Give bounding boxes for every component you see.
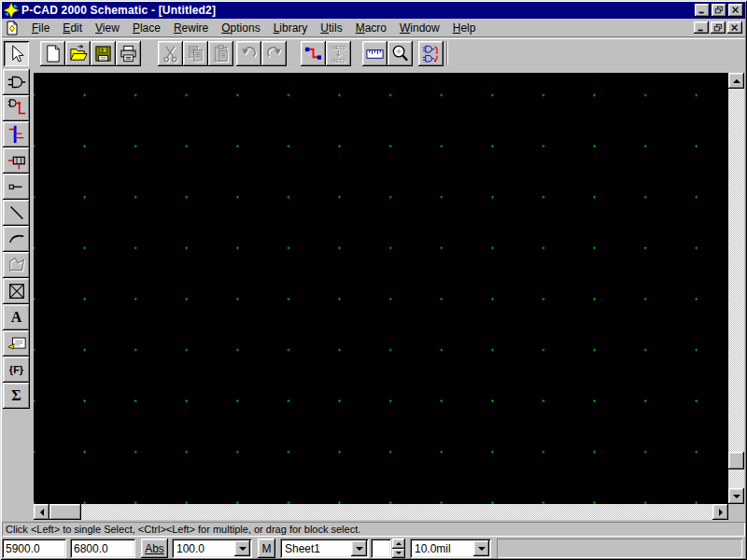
menu-item-edit[interactable]: Edit xyxy=(56,20,89,36)
chevron-down-icon[interactable] xyxy=(351,540,367,556)
ruler-icon xyxy=(365,44,385,63)
macro-record-button[interactable]: M xyxy=(258,539,275,558)
status-bar: Click <Left> to single Select, <Ctrl><Le… xyxy=(2,522,745,537)
menu-item-utils[interactable]: Utils xyxy=(314,20,348,36)
sheet-combo[interactable]: Sheet1 xyxy=(280,539,369,558)
zoom-window-button[interactable] xyxy=(388,41,413,66)
select-tool-button[interactable] xyxy=(4,41,29,66)
scrollbar-corner xyxy=(728,504,744,520)
grid-spacing-combo[interactable]: 10.0mil xyxy=(410,539,491,558)
menu-item-help[interactable]: Help xyxy=(446,20,483,36)
print-button[interactable] xyxy=(116,41,141,66)
place-line-button[interactable] xyxy=(3,200,30,226)
place-pin-button[interactable] xyxy=(3,174,30,200)
bus-icon xyxy=(7,124,27,145)
horizontal-scrollbar[interactable] xyxy=(34,504,728,520)
place-ref-point-button[interactable] xyxy=(3,278,30,304)
schematic-canvas[interactable] xyxy=(34,73,728,504)
rename-net-new-label: NET1 xyxy=(331,58,345,63)
paste-button[interactable] xyxy=(208,41,233,66)
sheet-number-field[interactable] xyxy=(371,539,391,558)
menu-bar: FileEditViewPlaceRewireOptionsLibraryUti… xyxy=(2,19,745,37)
abs-rel-toggle-button[interactable]: Abs xyxy=(141,539,168,558)
letter-a-icon: A xyxy=(11,310,22,325)
redo-button[interactable] xyxy=(261,41,287,66)
port-icon xyxy=(7,150,27,171)
chevron-down-icon[interactable] xyxy=(473,540,489,556)
new-document-icon xyxy=(43,44,63,63)
horizontal-scroll-thumb[interactable] xyxy=(49,504,81,520)
menu-item-options[interactable]: Options xyxy=(215,20,266,36)
spinner-up-button[interactable] xyxy=(392,539,405,549)
scroll-down-button[interactable] xyxy=(728,488,744,504)
x-coordinate-field[interactable] xyxy=(2,539,66,558)
window-minimize-button[interactable] xyxy=(695,4,710,17)
title-bar: P-CAD 2000 Schematic - [Untitled2] xyxy=(2,2,745,19)
copy-pages-icon xyxy=(186,44,205,63)
place-part-button[interactable] xyxy=(3,69,30,95)
menu-item-file[interactable]: File xyxy=(25,20,56,36)
arc-icon xyxy=(7,229,27,249)
toolbar-separator xyxy=(446,41,448,65)
measure-button[interactable] xyxy=(362,41,388,66)
place-text-button[interactable]: A xyxy=(3,304,30,330)
place-port-button[interactable] xyxy=(3,147,30,174)
place-polygon-button[interactable] xyxy=(3,252,30,278)
redo-arrow-icon xyxy=(264,44,284,63)
window-restore-button[interactable] xyxy=(712,4,726,17)
scroll-right-button[interactable] xyxy=(712,504,728,520)
menu-item-library[interactable]: Library xyxy=(267,20,315,36)
pcad-logo-icon xyxy=(4,3,19,18)
floppy-disk-icon xyxy=(93,44,113,63)
new-file-button[interactable] xyxy=(40,41,65,66)
vertical-scroll-thumb[interactable] xyxy=(728,452,744,469)
window-close-button[interactable] xyxy=(728,4,743,17)
document-restore-button[interactable] xyxy=(711,21,726,34)
y-coordinate-field[interactable] xyxy=(70,539,135,558)
menu-item-place[interactable]: Place xyxy=(126,20,167,36)
window-title: P-CAD 2000 Schematic - [Untitled2] xyxy=(21,4,695,17)
menu-item-view[interactable]: View xyxy=(89,20,126,36)
document-system-menu-icon[interactable] xyxy=(5,21,20,35)
field-braces-icon: {F} xyxy=(9,365,23,375)
pin-icon xyxy=(7,176,27,197)
rename-net-icon: NET9NET1 xyxy=(329,44,348,63)
place-wire-button[interactable] xyxy=(3,95,30,121)
cursor-arrow-icon xyxy=(7,44,26,63)
connectivity-icon xyxy=(421,44,441,63)
scroll-up-button[interactable] xyxy=(728,73,744,89)
place-ieee-symbol-button[interactable]: Σ xyxy=(3,383,30,409)
place-arc-button[interactable] xyxy=(3,226,30,252)
open-file-button[interactable] xyxy=(65,41,91,66)
magnifier-icon xyxy=(390,44,410,63)
undo-button[interactable] xyxy=(236,41,261,66)
attribute-tag-icon xyxy=(7,333,27,354)
place-attribute-button[interactable] xyxy=(3,330,30,357)
menu-item-window[interactable]: Window xyxy=(393,20,446,36)
wire-to-part-icon xyxy=(7,98,27,119)
document-minimize-button[interactable] xyxy=(694,21,709,34)
cut-button[interactable] xyxy=(158,41,183,66)
document-close-button[interactable] xyxy=(727,21,742,34)
open-folder-icon xyxy=(68,44,88,63)
sheet-value: Sheet1 xyxy=(280,542,351,555)
connectivity-button[interactable] xyxy=(418,41,444,66)
chevron-down-icon[interactable] xyxy=(234,540,250,556)
place-field-button[interactable]: {F} xyxy=(3,357,30,383)
menu-item-macro[interactable]: Macro xyxy=(349,20,393,36)
logic-gate-icon xyxy=(7,72,27,92)
edit-wire-button[interactable] xyxy=(301,41,326,66)
copy-button[interactable] xyxy=(183,41,208,66)
clipboard-icon xyxy=(211,44,231,63)
vertical-scrollbar[interactable] xyxy=(728,73,744,504)
line-icon xyxy=(7,203,27,223)
grid-spacing-value: 10.0mil xyxy=(410,542,473,555)
rename-net-button[interactable]: NET9NET1 xyxy=(326,41,351,66)
zoom-level-combo[interactable]: 100.0 xyxy=(172,539,252,558)
save-file-button[interactable] xyxy=(91,41,116,66)
spinner-down-button[interactable] xyxy=(392,549,405,559)
control-status-panel xyxy=(497,539,742,558)
menu-item-rewire[interactable]: Rewire xyxy=(167,20,215,36)
scroll-left-button[interactable] xyxy=(34,504,49,520)
place-bus-button[interactable] xyxy=(3,121,30,147)
